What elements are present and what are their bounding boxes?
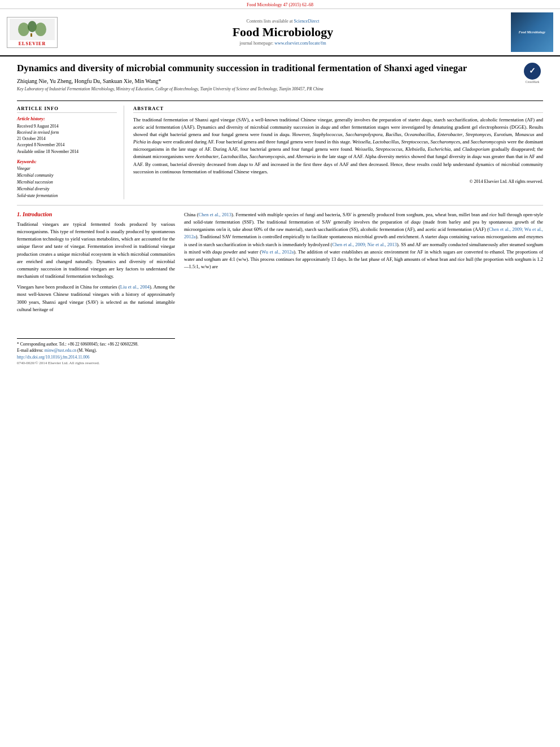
article-info-abstract-section: ARTICLE INFO Article history: Received 9… — [17, 101, 543, 199]
abstract-text: The traditional fermentation of Shanxi a… — [133, 116, 543, 176]
crossmark-badge[interactable]: ✓ CrossMark — [522, 62, 543, 84]
found-word: found — [261, 132, 273, 137]
article-history-label: Article history: — [17, 116, 117, 121]
journal-cover-area: Food Microbiology — [502, 12, 553, 52]
keyword-solid-state: Solid-state fermentation — [17, 193, 117, 199]
main-content: Dynamics and diversity of microbial comm… — [0, 56, 560, 371]
elsevier-logo-graphic — [10, 19, 55, 40]
svg-rect-3 — [30, 33, 32, 37]
elsevier-brand-text: ELSEVIER — [19, 41, 46, 46]
crossmark-label: CrossMark — [526, 80, 539, 84]
received-date: Received 9 August 2014 — [17, 123, 117, 129]
intro-right-column: China (Chen et al., 2013). Fermented wit… — [184, 211, 543, 366]
intro-left-column: 1. Introduction Traditional vinegars are… — [17, 211, 175, 366]
intro-section-title: 1. Introduction — [17, 211, 175, 217]
svg-point-0 — [18, 23, 29, 36]
journal-title-area: Contents lists available at ScienceDirec… — [69, 19, 497, 46]
journal-title: Food Microbiology — [69, 25, 497, 40]
journal-cover-image: Food Microbiology — [511, 12, 553, 52]
contents-line: Contents lists available at ScienceDirec… — [69, 19, 497, 24]
doi-line[interactable]: http://dx.doi.org/10.1016/j.fm.2014.11.0… — [17, 355, 175, 360]
keyword-microbial-diversity: Microbial diversity — [17, 186, 117, 193]
journal-reference: Food Microbiology 47 (2015) 62–68 — [0, 0, 560, 9]
svg-point-2 — [35, 23, 46, 36]
section-divider — [17, 205, 543, 206]
article-title: Dynamics and diversity of microbial comm… — [17, 62, 516, 75]
email-note: E-mail address: minw@tust.edu.cn (M. Wan… — [17, 347, 175, 353]
cite-liu-2004[interactable]: Liu et al., 2004 — [120, 284, 150, 290]
email-link[interactable]: minw@tust.edu.cn — [45, 348, 76, 353]
sciencedirect-link[interactable]: ScienceDirect — [294, 19, 320, 24]
received-revised-date: Received in revised form Received in rev… — [17, 129, 117, 142]
elsevier-logo-area: ELSEVIER — [7, 17, 63, 48]
article-authors: Zhiqiang Nie, Yu Zheng, Hongfu Du, Sanku… — [17, 78, 516, 84]
cite-chen-2013[interactable]: Chen et al., 2013 — [199, 212, 232, 217]
crossmark-icon: ✓ — [524, 63, 541, 80]
keyword-microbial-community: Microbial community — [17, 172, 117, 179]
article-title-area: Dynamics and diversity of microbial comm… — [17, 62, 543, 97]
keywords-label: Keywords: — [17, 159, 117, 164]
cite-wu-2012a[interactable]: Wu et al., 2012a — [261, 249, 294, 255]
intro-paragraph-1: Traditional vinegars are typical ferment… — [17, 221, 175, 280]
intro-paragraph-2: Vinegars have been produced in China for… — [17, 283, 175, 313]
issn-line: 0740-0020/© 2014 Elsevier Ltd. All right… — [17, 361, 175, 365]
abstract-column: ABSTRACT The traditional fermentation of… — [133, 106, 543, 199]
keyword-vinegar: Vinegar — [17, 165, 117, 172]
keyword-microbial-succession: Microbial succession — [17, 179, 117, 186]
journal-header: ELSEVIER Contents lists available at Sci… — [0, 9, 560, 56]
article-title-text: Dynamics and diversity of microbial comm… — [17, 62, 516, 95]
homepage-link[interactable]: www.elsevier.com/locate/fm — [274, 41, 326, 46]
corresponding-author-note: * Corresponding author. Tel.: +86 22 606… — [17, 341, 175, 347]
article-affiliation: Key Laboratory of Industrial Fermentatio… — [17, 86, 516, 93]
article-info-header: ARTICLE INFO — [17, 106, 117, 113]
introduction-section: 1. Introduction Traditional vinegars are… — [17, 211, 543, 366]
cite-chen-nie[interactable]: Chen et al., 2009; Nie et al., 2013 — [332, 242, 397, 247]
abstract-header: ABSTRACT — [133, 106, 543, 113]
article-info-column: ARTICLE INFO Article history: Received 9… — [17, 106, 124, 199]
homepage-line: journal homepage: www.elsevier.com/locat… — [69, 41, 497, 46]
cite-chen-2009[interactable]: Chen et al., 2009; Wu et al., 2012a — [184, 226, 543, 239]
elsevier-logo: ELSEVIER — [7, 17, 58, 48]
footnote-area: * Corresponding author. Tel.: +86 22 606… — [17, 338, 175, 366]
copyright-text: © 2014 Elsevier Ltd. All rights reserved… — [133, 179, 543, 184]
available-online-date: Available online 18 November 2014 — [17, 148, 117, 155]
intro-paragraph-3: China (Chen et al., 2013). Fermented wit… — [184, 211, 543, 270]
accepted-date: Accepted 8 November 2014 — [17, 142, 117, 148]
